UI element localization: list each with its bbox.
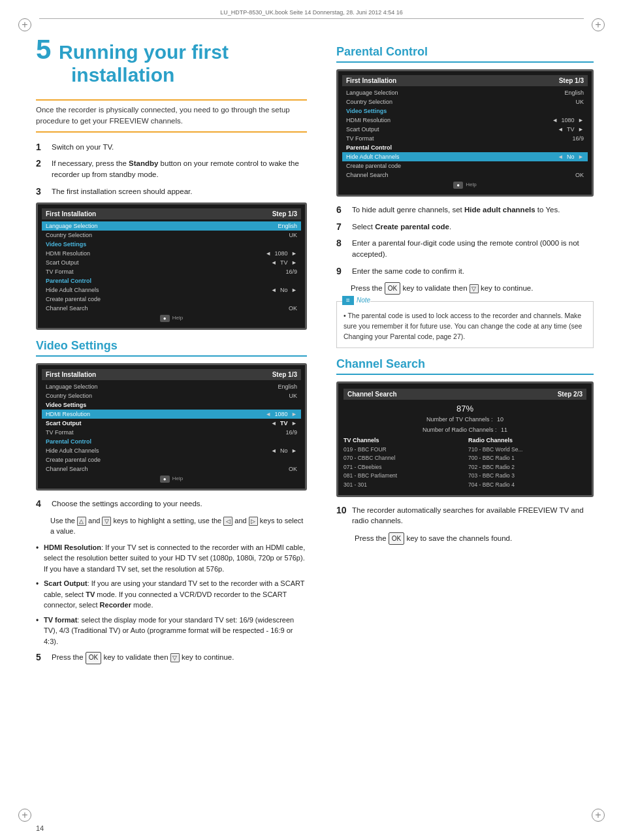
parental-screen: First Installation Step 1/3 Language Sel… xyxy=(336,69,594,197)
tv-section-vs-parental: Parental Control xyxy=(42,437,301,446)
page-number: 14 xyxy=(36,824,44,832)
tv-row-p-scart: Scart Output ◄ TV ► xyxy=(342,125,588,134)
tv-row-p-tvfmt: TV Format 16/9 xyxy=(342,134,588,143)
corner-mark-tl xyxy=(18,18,31,31)
channel-search-screen: Channel Search Step 2/3 87% Number of TV… xyxy=(336,381,594,497)
tv-section-parental: Parental Control xyxy=(42,276,301,285)
cs-radio-item-4: 703 - BBC Radio 3 xyxy=(468,472,586,481)
cs-radio-item-5: 704 - BBC Radio 4 xyxy=(468,481,586,490)
tv-row-vs-adult: Hide Adult Channels ◄ No ► xyxy=(42,446,301,455)
tv-section-vs-video: Video Settings xyxy=(42,400,301,410)
step-8-text: Enter a parental four-digit code using t… xyxy=(352,238,594,259)
step-6-text: To hide adult genre channels, set Hide a… xyxy=(352,204,594,216)
cs-tv-col: TV Channels 019 - BBC FOUR 070 - CBBC Ch… xyxy=(343,437,462,490)
step-5-num: 5 xyxy=(36,652,49,662)
intro-text: Once the recorder is physically connecte… xyxy=(36,99,307,133)
step-10-num: 10 xyxy=(336,505,349,515)
cs-radio-item-2: 700 - BBC Radio 1 xyxy=(468,454,586,463)
cs-radio-count: Number of Radio Channels : 11 xyxy=(343,427,586,433)
step-7-text: Select Create parental code. xyxy=(352,221,594,233)
tv-row-language: Language Selection English xyxy=(42,221,301,231)
step-3: 3 The first installation screen should a… xyxy=(36,186,307,197)
ok-key-3: OK xyxy=(389,532,404,545)
tv-row-vs-lang: Language Selection English xyxy=(42,382,301,391)
bullet-tvformat: TV format: select the display mode for y… xyxy=(36,615,307,647)
step-10-text: The recorder automatically searches for … xyxy=(352,505,594,526)
cs-step: Step 2/3 xyxy=(558,391,583,398)
cs-tv-item-5: 301 - 301 xyxy=(343,481,462,490)
tv-row-vs-country: Country Selection UK xyxy=(42,391,301,400)
right-icon: ▷ xyxy=(249,517,258,526)
tv-row-p-hdmi: HDMI Resolution ◄ 1080 ► xyxy=(342,116,588,125)
corner-mark-bl xyxy=(18,809,31,822)
cs-tv-item-3: 071 - CBeebies xyxy=(343,463,462,472)
cs-progress: 87% xyxy=(343,404,586,413)
right-column: Parental Control First Installation Step… xyxy=(336,36,594,545)
tv-row-p-country: Country Selection UK xyxy=(342,97,588,106)
cs-tv-item-2: 070 - CBBC Channel xyxy=(343,454,462,463)
corner-mark-br xyxy=(592,809,605,822)
up-icon: △ xyxy=(77,517,86,526)
tv-row-tvformat: TV Format 16/9 xyxy=(42,267,301,276)
tv-row-vs-tvfmt: TV Format 16/9 xyxy=(42,428,301,437)
step-6-num: 6 xyxy=(336,204,349,215)
cs-tv-count: Number of TV Channels : 10 xyxy=(343,416,586,423)
note-box: Note • The parental code is used to lock… xyxy=(336,301,594,347)
chapter-heading: 5 Running your first installation xyxy=(36,36,307,90)
tv-row-p-csearch: Channel Search OK xyxy=(342,170,588,180)
tv-row-vs-pcode: Create parental code xyxy=(42,455,301,464)
tv-header-p: First Installation Step 1/3 xyxy=(342,75,588,86)
step-3-text: The first installation screen should app… xyxy=(52,186,307,197)
bullet-list: HDMI Resolution: If your TV set is conne… xyxy=(36,542,307,647)
tv-step-p: Step 1/3 xyxy=(559,77,584,84)
cs-radio-col: Radio Channels 710 - BBC World Se... 700… xyxy=(468,437,586,490)
step-9: 9 Enter the same code to confirm it. xyxy=(336,266,594,277)
left-icon: ◁ xyxy=(223,517,232,526)
step-1: 1 Switch on your TV. xyxy=(36,142,307,153)
step-3-num: 3 xyxy=(36,186,49,197)
down-icon: ▽ xyxy=(102,517,111,526)
note-text-label: Note xyxy=(357,295,370,305)
step-7: 7 Select Create parental code. xyxy=(336,221,594,233)
step-4-text: Choose the settings according to your ne… xyxy=(52,498,307,509)
tv-header-1: First Installation Step 1/3 xyxy=(42,208,301,219)
bullet-scart: Scart Output: If you are using your stan… xyxy=(36,578,307,611)
tv-section-p-video: Video Settings xyxy=(342,106,588,116)
tv-footer-p: ● Help xyxy=(342,180,588,191)
tv-row-p-adult: Hide Adult Channels ◄ No ► xyxy=(342,152,588,161)
chapter-title-line2: installation xyxy=(71,64,174,87)
tv-row-parentcode: Create parental code xyxy=(42,295,301,304)
tv-footer-1: ● Help xyxy=(42,313,301,324)
video-settings-screen: First Installation Step 1/3 Language Sel… xyxy=(36,363,307,491)
step-2: 2 If necessary, press the Standby button… xyxy=(36,158,307,180)
step-10: 10 The recorder automatically searches f… xyxy=(336,505,594,526)
cs-radio-item-3: 702 - BBC Radio 2 xyxy=(468,463,586,472)
cs-radio-header: Radio Channels xyxy=(468,437,586,444)
tv-title-p: First Installation xyxy=(346,77,396,84)
down-key-1: ▽ xyxy=(170,653,180,662)
first-installation-screen: First Installation Step 1/3 Language Sel… xyxy=(36,202,307,330)
step-1-text: Switch on your TV. xyxy=(52,142,307,153)
tv-section-p-parental: Parental Control xyxy=(342,143,588,152)
tv-step-vs: Step 1/3 xyxy=(272,371,297,378)
step-8-num: 8 xyxy=(336,238,349,248)
step-6: 6 To hide adult genre channels, set Hide… xyxy=(336,204,594,216)
corner-mark-tr xyxy=(592,18,605,31)
note-icon xyxy=(342,296,354,305)
tv-row-vs-scart: Scart Output ◄ TV ► xyxy=(42,419,301,428)
step-4: 4 Choose the settings according to your … xyxy=(36,498,307,509)
step-9-num: 9 xyxy=(336,266,349,276)
step-1-num: 1 xyxy=(36,142,49,152)
step-9-extra: Press the OK key to validate then ▽ key … xyxy=(351,282,594,295)
note-label: Note xyxy=(342,295,370,305)
note-content: • The parental code is used to lock acce… xyxy=(343,311,586,342)
down-key-2: ▽ xyxy=(470,284,479,293)
cs-header: Channel Search Step 2/3 xyxy=(343,389,586,400)
cs-columns: TV Channels 019 - BBC FOUR 070 - CBBC Ch… xyxy=(343,437,586,490)
chapter-number: 5 xyxy=(36,34,51,65)
tv-row-p-pcode: Create parental code xyxy=(342,161,588,170)
cs-title: Channel Search xyxy=(347,391,397,398)
video-settings-heading: Video Settings xyxy=(36,339,307,357)
step-5-text: Press the OK key to validate then ▽ key … xyxy=(52,652,307,664)
tv-title-vs: First Installation xyxy=(46,371,96,378)
